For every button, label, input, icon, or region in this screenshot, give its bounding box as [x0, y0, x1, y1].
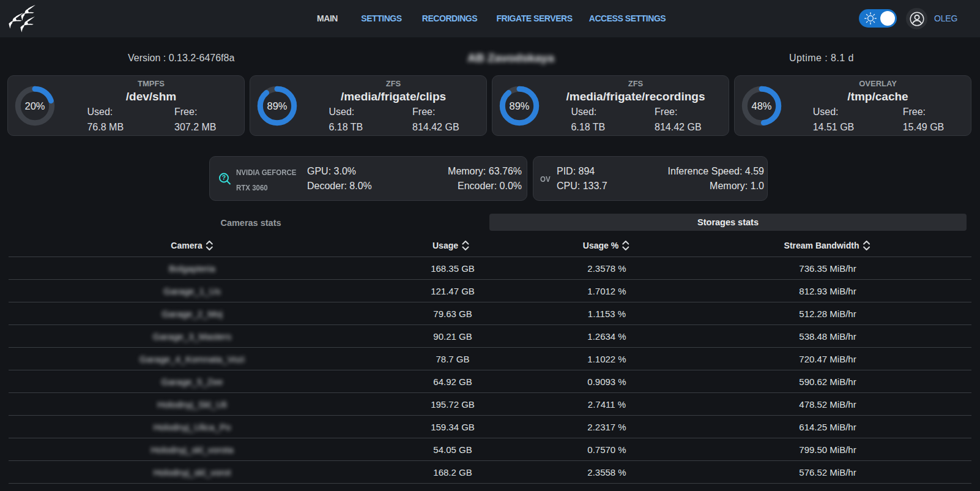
svg-text:?: ? [222, 174, 226, 181]
